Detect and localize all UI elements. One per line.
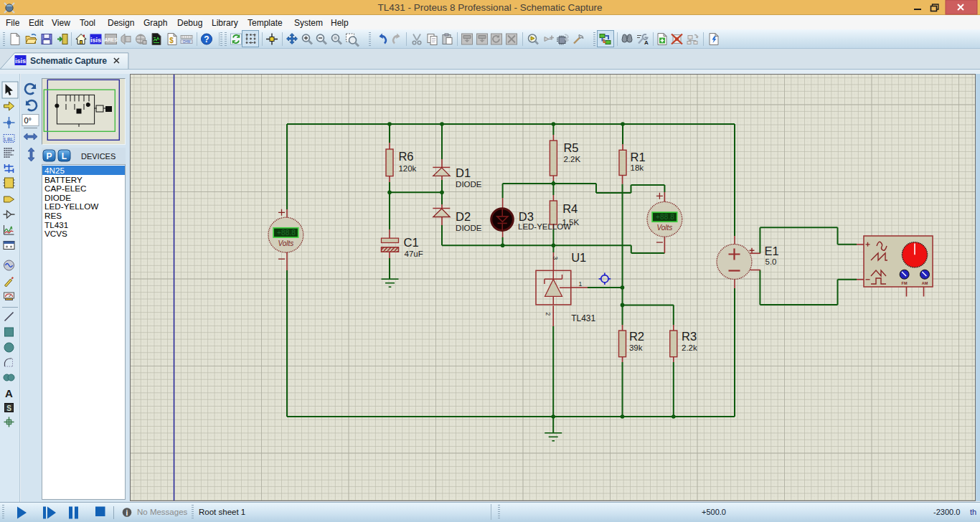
svg-text:39k: 39k [629,343,643,352]
svg-text:OHM: OHM [183,40,191,44]
svg-text:18k: 18k [631,163,644,172]
svg-text:47uF: 47uF [405,250,423,258]
svg-text:P: P [46,151,52,161]
svg-text:isis: isis [15,57,26,65]
svg-text:0°: 0° [24,116,32,125]
svg-text:2: 2 [545,313,552,316]
svg-text:D3: D3 [519,210,534,223]
svg-text:R6: R6 [398,150,413,163]
svg-text:LBL: LBL [4,136,14,143]
svg-text:Volts: Volts [278,239,293,247]
svg-text:D1: D1 [456,166,471,179]
svg-text:1.5K: 1.5K [562,218,579,227]
svg-text:AM: AM [922,281,928,285]
svg-text:+88.8: +88.8 [656,213,674,221]
svg-text:2.2K: 2.2K [563,155,580,163]
svg-text:R4: R4 [562,202,578,215]
svg-text:C1: C1 [404,236,419,249]
svg-text:DIODE: DIODE [456,180,482,189]
svg-text:?: ? [204,34,209,44]
svg-text:ARES: ARES [104,37,118,42]
svg-text:2.2k: 2.2k [682,343,697,352]
svg-text:R3: R3 [682,330,697,343]
svg-text:i: i [126,509,128,517]
svg-text:A: A [5,387,13,399]
svg-text:FM: FM [902,281,908,285]
svg-text:$: $ [169,37,174,44]
svg-text:Schematic Capture: Schematic Capture [30,56,107,66]
svg-text:R2: R2 [629,330,644,343]
svg-text:D2: D2 [456,210,471,223]
svg-text:R1: R1 [631,151,646,163]
svg-text:U1: U1 [571,251,586,264]
svg-text:DIODE: DIODE [456,224,482,232]
svg-text:5.0: 5.0 [765,257,777,266]
svg-text:120k: 120k [398,164,416,173]
svg-text:R5: R5 [563,141,578,154]
svg-text:L: L [62,151,67,161]
svg-text:Volts: Volts [656,224,672,232]
svg-text:+88.8: +88.8 [277,229,296,237]
svg-text:E1: E1 [765,245,779,257]
svg-text:3: 3 [552,257,559,260]
svg-text:TL431: TL431 [571,313,595,323]
svg-text:A: A [644,39,649,46]
svg-text:S: S [6,404,11,412]
svg-text:1: 1 [579,280,583,288]
svg-text:isis: isis [90,37,101,44]
